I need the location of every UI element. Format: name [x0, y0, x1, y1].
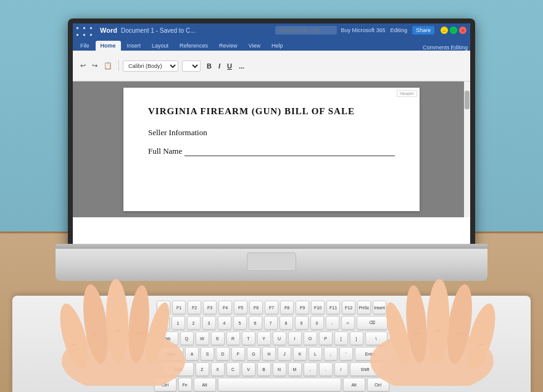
tab-references[interactable]: References: [175, 41, 213, 51]
key-3[interactable]: 3: [202, 316, 216, 330]
key-p[interactable]: P: [319, 332, 333, 345]
font-size-selector[interactable]: 11: [182, 60, 201, 72]
key-x[interactable]: X: [211, 362, 225, 376]
clipboard-button[interactable]: 📋: [101, 60, 115, 71]
key-6[interactable]: 6: [249, 316, 262, 330]
tab-help[interactable]: Help: [267, 41, 288, 51]
key-o[interactable]: O: [304, 332, 317, 345]
key-n[interactable]: N: [273, 362, 286, 376]
key-backslash[interactable]: \: [365, 332, 388, 345]
key-r[interactable]: R: [226, 332, 240, 345]
key-w[interactable]: W: [196, 332, 209, 345]
key-spacebar[interactable]: [218, 378, 341, 391]
key-f1[interactable]: F1: [172, 301, 186, 314]
key-f9[interactable]: F9: [296, 301, 309, 314]
key-insert[interactable]: Insert: [373, 301, 386, 314]
key-enter[interactable]: Enter: [355, 347, 386, 361]
key-fn[interactable]: Fn: [178, 378, 192, 391]
key-y[interactable]: Y: [257, 332, 271, 345]
key-8[interactable]: 8: [280, 316, 293, 330]
key-f10[interactable]: F10: [311, 301, 325, 314]
key-0[interactable]: 0: [310, 316, 324, 330]
bold-button[interactable]: B: [204, 62, 214, 70]
comments-button[interactable]: Comments: [423, 44, 450, 51]
font-selector[interactable]: Calibri (Body): [123, 60, 178, 72]
key-2[interactable]: 2: [187, 316, 201, 330]
key-u[interactable]: U: [273, 332, 286, 345]
key-prtsc[interactable]: PrtSc: [357, 301, 371, 314]
key-shift-right[interactable]: Shift: [350, 362, 381, 376]
key-slash[interactable]: /: [334, 362, 348, 376]
key-tilde[interactable]: ~: [156, 316, 170, 330]
key-4[interactable]: 4: [218, 316, 231, 330]
key-7[interactable]: 7: [264, 316, 278, 330]
key-semicolon[interactable]: ;: [324, 347, 338, 361]
maximize-button[interactable]: □: [450, 27, 457, 34]
key-i[interactable]: I: [288, 332, 302, 345]
full-name-underline: [184, 148, 395, 156]
key-f8[interactable]: F8: [280, 301, 294, 314]
key-j[interactable]: J: [278, 347, 291, 361]
key-l[interactable]: L: [309, 347, 322, 361]
key-k[interactable]: K: [293, 347, 307, 361]
key-f6[interactable]: F6: [249, 301, 263, 314]
vertical-scrollbar[interactable]: [464, 81, 470, 217]
key-minus[interactable]: -: [326, 316, 339, 330]
key-rbracket[interactable]: ]: [350, 332, 363, 345]
minimize-button[interactable]: –: [441, 27, 448, 34]
key-f4[interactable]: F4: [218, 301, 232, 314]
tab-home[interactable]: Home: [96, 41, 121, 51]
key-shift-left[interactable]: Shift: [163, 362, 194, 376]
close-button[interactable]: ×: [459, 27, 466, 34]
key-m[interactable]: M: [288, 362, 302, 376]
key-q[interactable]: Q: [180, 332, 194, 345]
key-c[interactable]: C: [226, 362, 240, 376]
titlebar-search-input[interactable]: [275, 26, 337, 35]
key-t[interactable]: T: [242, 332, 255, 345]
key-b[interactable]: B: [257, 362, 271, 376]
share-button[interactable]: Share: [412, 26, 434, 35]
redo-button[interactable]: ↪: [89, 60, 100, 71]
underline-button[interactable]: U: [225, 62, 234, 70]
key-h[interactable]: H: [262, 347, 276, 361]
tab-view[interactable]: View: [244, 41, 265, 51]
key-f5[interactable]: F5: [234, 301, 247, 314]
key-f7[interactable]: F7: [265, 301, 278, 314]
tab-layout[interactable]: Layout: [147, 41, 173, 51]
key-z[interactable]: Z: [196, 362, 209, 376]
key-equals[interactable]: =: [341, 316, 355, 330]
key-f[interactable]: F: [231, 347, 245, 361]
key-f12[interactable]: F12: [342, 301, 355, 314]
key-g[interactable]: G: [247, 347, 260, 361]
key-5[interactable]: 5: [233, 316, 247, 330]
key-9[interactable]: 9: [295, 316, 309, 330]
key-capslock[interactable]: Caps: [157, 347, 183, 361]
tab-review[interactable]: Review: [214, 41, 242, 51]
key-tab[interactable]: Tab: [156, 332, 178, 345]
key-backspace[interactable]: ⌫: [357, 316, 388, 330]
key-period[interactable]: .: [319, 362, 333, 376]
key-e[interactable]: E: [211, 332, 225, 345]
key-quote[interactable]: ': [339, 347, 353, 361]
key-alt-left[interactable]: Alt: [194, 378, 216, 391]
key-d[interactable]: D: [216, 347, 230, 361]
key-esc[interactable]: Esc: [157, 301, 170, 314]
key-1[interactable]: 1: [172, 316, 185, 330]
key-s[interactable]: S: [201, 347, 214, 361]
tab-insert[interactable]: Insert: [122, 41, 146, 51]
key-a[interactable]: A: [185, 347, 199, 361]
tab-file[interactable]: File: [75, 41, 94, 51]
key-ctrl-right[interactable]: Ctrl: [367, 378, 389, 391]
more-format-button[interactable]: ...: [236, 62, 247, 70]
format-buttons-group: B I U ...: [204, 62, 247, 70]
italic-button[interactable]: I: [216, 62, 223, 70]
key-comma[interactable]: ,: [304, 362, 317, 376]
key-v[interactable]: V: [242, 362, 255, 376]
key-lbracket[interactable]: [: [334, 332, 348, 345]
undo-button[interactable]: ↩: [78, 60, 88, 71]
key-alt-right[interactable]: Alt: [343, 378, 365, 391]
key-f2[interactable]: F2: [188, 301, 201, 314]
key-f11[interactable]: F11: [326, 301, 340, 314]
key-f3[interactable]: F3: [203, 301, 217, 314]
key-ctrl-left[interactable]: Ctrl: [154, 378, 176, 391]
